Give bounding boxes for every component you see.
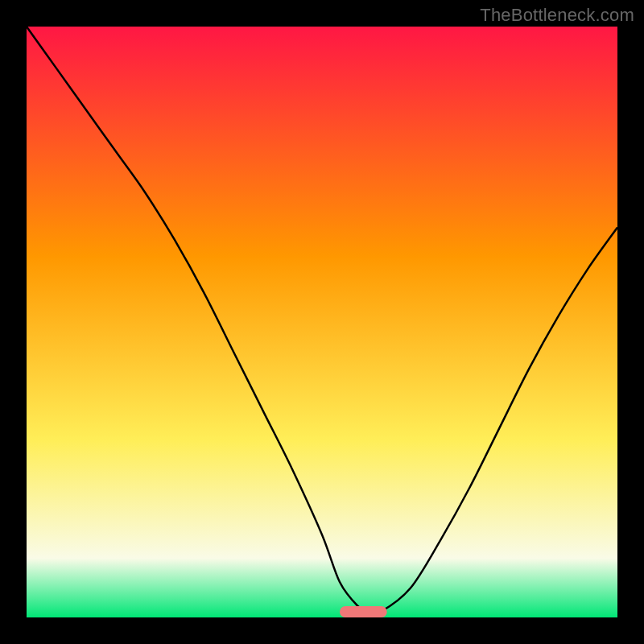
chart-frame: TheBottleneck.com bbox=[0, 0, 644, 644]
watermark-text: TheBottleneck.com bbox=[480, 5, 634, 26]
plot-area bbox=[27, 27, 617, 617]
optimal-zone-marker bbox=[340, 606, 387, 617]
gradient-background bbox=[27, 27, 617, 617]
chart-svg bbox=[27, 27, 617, 617]
